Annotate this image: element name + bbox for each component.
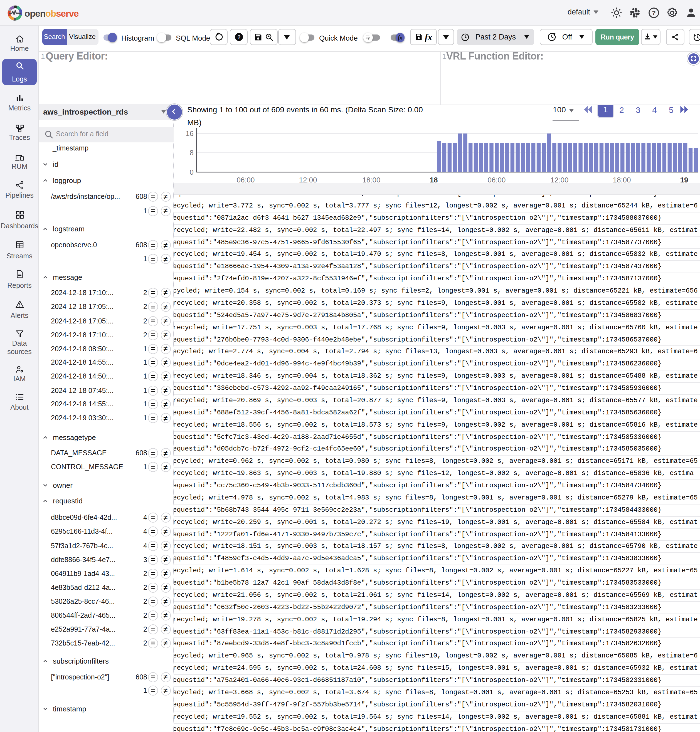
svg-text:18:00: 18:00 — [362, 176, 380, 184]
svg-text:12:00: 12:00 — [550, 176, 568, 184]
svg-text:0: 0 — [190, 168, 193, 176]
svg-text:19: 19 — [680, 176, 688, 184]
svg-text:?: ? — [237, 34, 240, 40]
svg-text:?: ? — [652, 9, 656, 16]
svg-text:18:00: 18:00 — [612, 176, 631, 184]
svg-text:8: 8 — [190, 148, 193, 157]
svg-text:06:00: 06:00 — [487, 176, 505, 184]
svg-text:06:00: 06:00 — [236, 176, 254, 184]
svg-text:16: 16 — [185, 129, 193, 138]
svg-text:18: 18 — [429, 176, 438, 184]
svg-text:12:00: 12:00 — [299, 176, 317, 184]
